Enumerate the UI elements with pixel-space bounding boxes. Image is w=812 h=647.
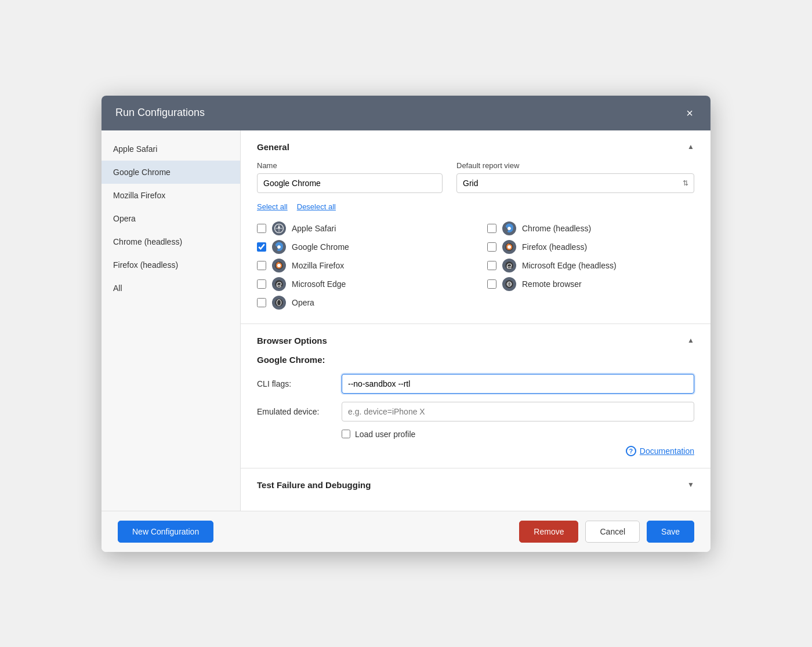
sidebar-item-all[interactable]: All: [102, 277, 240, 300]
sidebar-item-mozilla-firefox[interactable]: Mozilla Firefox: [102, 184, 240, 207]
browser-left-col: Apple Safari Google Chrome: [257, 219, 464, 312]
chrome-checkbox[interactable]: [257, 242, 266, 252]
remote-checkbox[interactable]: [487, 279, 496, 289]
browser-option-safari: Apple Safari: [257, 219, 464, 238]
svg-point-6: [277, 264, 281, 267]
sidebar-item-apple-safari[interactable]: Apple Safari: [102, 137, 240, 161]
footer-left: New Configuration: [118, 521, 213, 543]
select-all-link[interactable]: Select all: [257, 202, 288, 211]
load-profile-label: Load user profile: [355, 430, 415, 439]
general-section-header: General ▲: [257, 142, 694, 152]
close-button[interactable]: ×: [683, 106, 697, 120]
dialog-footer: New Configuration Remove Cancel Save: [102, 511, 710, 552]
cli-flags-row: CLI flags:: [257, 374, 694, 394]
documentation-link[interactable]: Documentation: [640, 446, 694, 456]
save-button[interactable]: Save: [647, 521, 694, 543]
emulated-input[interactable]: [342, 402, 694, 421]
chrome-headless-icon: [502, 221, 516, 235]
name-report-row: Name Default report view Grid List Tree: [257, 161, 694, 193]
name-group: Name: [257, 161, 443, 193]
browser-subtitle: Google Chrome:: [257, 355, 694, 365]
test-failure-section: Test Failure and Debugging ▼: [241, 468, 710, 511]
report-select-wrapper: Grid List Tree: [456, 173, 694, 193]
test-failure-collapse-icon[interactable]: ▼: [687, 481, 694, 489]
sidebar-item-opera[interactable]: Opera: [102, 207, 240, 230]
edge-label: Microsoft Edge: [292, 279, 346, 289]
sidebar-item-firefox-headless[interactable]: Firefox (headless): [102, 253, 240, 277]
edge-headless-icon: [502, 259, 516, 272]
browser-option-remote: Remote browser: [487, 275, 694, 293]
browser-option-firefox-headless: Firefox (headless): [487, 238, 694, 256]
opera-icon: [272, 296, 286, 310]
general-section: General ▲ Name Default report view Grid …: [241, 130, 710, 324]
browser-options-collapse-icon[interactable]: ▲: [687, 336, 694, 344]
chrome-icon: [272, 240, 286, 254]
safari-label: Apple Safari: [292, 224, 336, 233]
safari-checkbox[interactable]: [257, 224, 266, 233]
report-select[interactable]: Grid List Tree: [456, 173, 694, 193]
browser-options-section: Browser Options ▲ Google Chrome: CLI fla…: [241, 324, 710, 468]
firefox-headless-icon: [502, 240, 516, 254]
svg-marker-3: [278, 225, 281, 228]
name-input[interactable]: [257, 173, 443, 193]
remote-icon: [502, 277, 516, 291]
general-collapse-icon[interactable]: ▲: [687, 143, 694, 151]
browser-option-opera: Opera: [257, 293, 464, 312]
browser-options-header: Browser Options ▲: [257, 336, 694, 346]
browser-option-chrome: Google Chrome: [257, 238, 464, 256]
browser-options-title: Browser Options: [257, 336, 327, 346]
remove-button[interactable]: Remove: [519, 521, 578, 543]
sidebar: Apple Safari Google Chrome Mozilla Firef…: [102, 130, 241, 511]
run-configurations-dialog: Run Configurations × Apple Safari Google…: [102, 96, 710, 552]
report-label: Default report view: [456, 161, 694, 170]
chrome-label: Google Chrome: [292, 242, 349, 252]
main-content: General ▲ Name Default report view Grid …: [241, 130, 710, 511]
firefox-headless-checkbox[interactable]: [487, 242, 496, 252]
sidebar-item-google-chrome[interactable]: Google Chrome: [102, 161, 240, 184]
opera-label: Opera: [292, 298, 314, 307]
dialog-body: Apple Safari Google Chrome Mozilla Firef…: [102, 130, 710, 511]
cli-input[interactable]: [342, 374, 694, 394]
emulated-label: Emulated device:: [257, 407, 332, 416]
test-failure-header: Test Failure and Debugging ▼: [257, 480, 694, 490]
browser-option-firefox: Mozilla Firefox: [257, 256, 464, 275]
opera-checkbox[interactable]: [257, 298, 266, 307]
documentation-row: ? Documentation: [257, 446, 694, 456]
select-links: Select all Deselect all: [257, 202, 694, 211]
cli-label: CLI flags:: [257, 379, 332, 388]
chrome-headless-label: Chrome (headless): [522, 224, 591, 233]
dialog-header: Run Configurations ×: [102, 96, 710, 130]
general-section-title: General: [257, 142, 289, 152]
edge-icon: [272, 277, 286, 291]
firefox-headless-label: Firefox (headless): [522, 242, 587, 252]
deselect-all-link[interactable]: Deselect all: [297, 202, 336, 211]
footer-right: Remove Cancel Save: [519, 521, 694, 543]
sidebar-item-chrome-headless[interactable]: Chrome (headless): [102, 230, 240, 253]
remote-label: Remote browser: [522, 279, 582, 289]
firefox-icon: [272, 259, 286, 272]
new-configuration-button[interactable]: New Configuration: [118, 521, 213, 543]
svg-point-12: [507, 245, 511, 249]
firefox-label: Mozilla Firefox: [292, 261, 344, 270]
load-profile-row: Load user profile: [342, 430, 694, 439]
safari-icon: [272, 221, 286, 235]
browser-option-edge: Microsoft Edge: [257, 275, 464, 293]
edge-headless-checkbox[interactable]: [487, 261, 496, 270]
edge-headless-label: Microsoft Edge (headless): [522, 261, 617, 270]
firefox-checkbox[interactable]: [257, 261, 266, 270]
dialog-title: Run Configurations: [115, 107, 205, 119]
cancel-button[interactable]: Cancel: [585, 521, 640, 543]
report-group: Default report view Grid List Tree: [456, 161, 694, 193]
documentation-icon: ?: [626, 446, 636, 456]
browser-option-chrome-headless: Chrome (headless): [487, 219, 694, 238]
browser-option-edge-headless: Microsoft Edge (headless): [487, 256, 694, 275]
load-profile-checkbox[interactable]: [342, 430, 350, 438]
test-failure-title: Test Failure and Debugging: [257, 480, 371, 490]
chrome-headless-checkbox[interactable]: [487, 224, 496, 233]
name-label: Name: [257, 161, 443, 170]
browser-right-col: Chrome (headless) Firefox (headless): [487, 219, 694, 312]
browser-grid: Apple Safari Google Chrome: [257, 219, 694, 312]
edge-checkbox[interactable]: [257, 279, 266, 289]
emulated-device-row: Emulated device:: [257, 402, 694, 421]
